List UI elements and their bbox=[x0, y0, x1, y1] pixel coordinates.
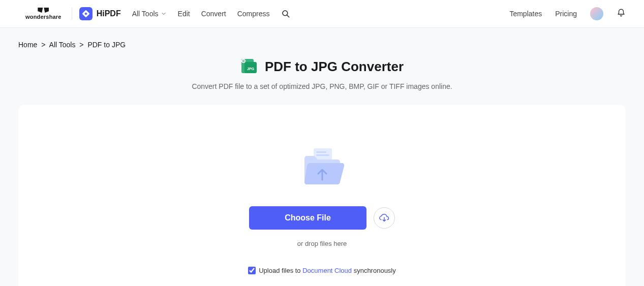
header-right: Templates Pricing bbox=[509, 7, 626, 20]
breadcrumb-separator: > bbox=[79, 41, 83, 49]
breadcrumb-all-tools[interactable]: All Tools bbox=[49, 41, 76, 49]
sync-checkbox[interactable] bbox=[248, 267, 256, 274]
svg-line-3 bbox=[287, 15, 289, 17]
nav-all-tools-label: All Tools bbox=[132, 10, 159, 18]
sync-text-prefix: Upload files to bbox=[259, 267, 302, 274]
breadcrumb-current: PDF to JPG bbox=[87, 41, 126, 49]
upload-card: Choose File or drop files here Upload fi… bbox=[18, 105, 626, 286]
page-subtitle: Convert PDF file to a set of optimized J… bbox=[0, 82, 644, 90]
svg-point-7 bbox=[241, 59, 246, 63]
wondershare-logo[interactable]: wondershare bbox=[25, 8, 72, 20]
nav-compress[interactable]: Compress bbox=[237, 10, 270, 18]
choose-file-button[interactable]: Choose File bbox=[249, 206, 366, 230]
svg-point-2 bbox=[283, 11, 288, 16]
main-header: wondershare HiPDF All Tools Edit Convert… bbox=[0, 0, 644, 28]
nav-edit[interactable]: Edit bbox=[178, 10, 190, 18]
svg-text:JPG: JPG bbox=[247, 67, 255, 71]
search-icon bbox=[281, 9, 290, 18]
document-cloud-link[interactable]: Document Cloud bbox=[302, 267, 352, 274]
sync-row: Upload files to Document Cloud synchrono… bbox=[28, 267, 616, 274]
cloud-download-icon bbox=[379, 212, 390, 224]
upload-actions: Choose File bbox=[28, 206, 616, 230]
page-title: PDF to JPG Converter bbox=[265, 59, 404, 75]
upload-illustration bbox=[299, 145, 345, 191]
nav-all-tools[interactable]: All Tools bbox=[132, 10, 167, 18]
page-header: JPG PDF to JPG Converter Convert PDF fil… bbox=[0, 58, 644, 90]
breadcrumb-separator: > bbox=[41, 41, 45, 49]
hipdf-logo-icon bbox=[79, 7, 93, 20]
nav-templates[interactable]: Templates bbox=[509, 10, 542, 18]
cloud-upload-button[interactable] bbox=[374, 207, 395, 229]
search-button[interactable] bbox=[281, 9, 290, 18]
wondershare-logo-text: wondershare bbox=[25, 14, 62, 20]
avatar[interactable] bbox=[590, 7, 603, 20]
wondershare-logo-icon bbox=[38, 8, 49, 13]
sync-text-suffix: synchronously bbox=[352, 267, 396, 274]
chevron-down-icon bbox=[161, 11, 167, 17]
svg-rect-9 bbox=[316, 151, 326, 153]
pdf-to-jpg-icon: JPG bbox=[240, 58, 258, 75]
notifications-button[interactable] bbox=[617, 8, 626, 19]
svg-rect-10 bbox=[316, 154, 329, 156]
hipdf-logo[interactable]: HiPDF bbox=[79, 7, 121, 20]
drop-hint: or drop files here bbox=[28, 240, 616, 247]
nav-pricing[interactable]: Pricing bbox=[555, 10, 577, 18]
primary-nav: All Tools Edit Convert Compress bbox=[132, 9, 290, 18]
page-title-row: JPG PDF to JPG Converter bbox=[0, 58, 644, 75]
hipdf-logo-text: HiPDF bbox=[97, 9, 121, 18]
nav-convert[interactable]: Convert bbox=[201, 10, 226, 18]
breadcrumb-home[interactable]: Home bbox=[18, 41, 37, 49]
breadcrumb: Home > All Tools > PDF to JPG bbox=[0, 28, 644, 58]
bell-icon bbox=[617, 8, 626, 17]
